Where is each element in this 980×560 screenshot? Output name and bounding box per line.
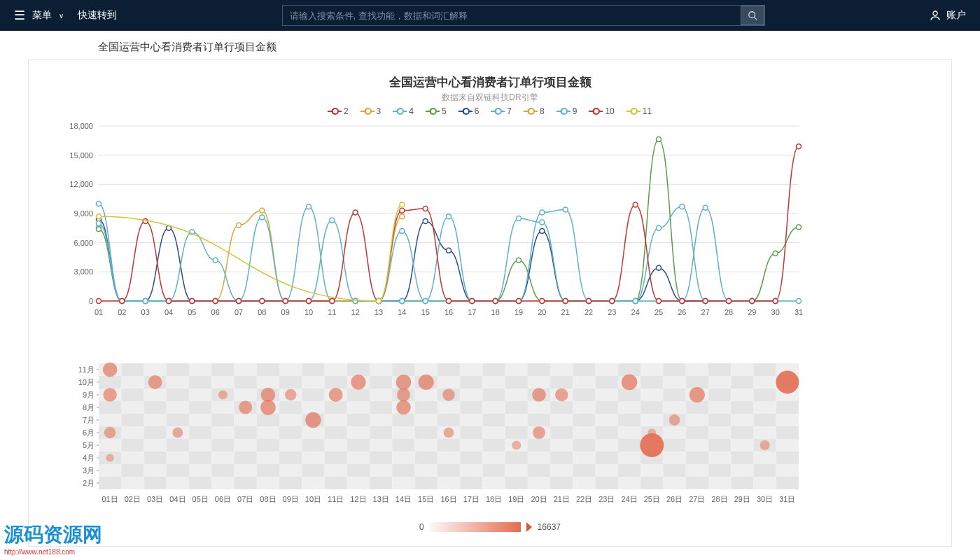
svg-rect-489 [257,464,279,477]
svg-point-600 [622,374,638,391]
svg-rect-512 [776,464,799,477]
svg-rect-536 [618,477,640,489]
svg-rect-347 [550,401,573,414]
svg-point-12 [463,109,468,114]
legend-item[interactable]: 7 [491,106,512,116]
svg-rect-490 [279,464,302,477]
svg-rect-319 [618,388,640,401]
svg-text:25日: 25日 [644,495,660,503]
svg-rect-412 [618,426,640,439]
svg-text:13: 13 [374,308,383,316]
svg-text:3月: 3月 [83,466,94,475]
svg-point-605 [285,389,296,400]
chart-title: 全国运营中心看消费者订单行项目金额 [57,74,923,90]
legend-label: 8 [540,106,545,116]
svg-rect-257 [618,363,640,376]
svg-rect-427 [257,439,279,451]
search-input[interactable] [283,10,741,21]
svg-rect-238 [189,363,211,376]
svg-rect-349 [596,401,618,414]
svg-rect-419 [776,426,799,439]
legend-item[interactable]: 4 [393,106,414,116]
svg-rect-415 [686,426,708,439]
svg-text:6月: 6月 [83,428,94,437]
quick-jump-button[interactable]: 快速转到 [78,9,117,22]
svg-rect-528 [438,477,460,489]
svg-rect-273 [279,376,302,388]
svg-rect-323 [708,388,731,401]
svg-rect-390 [121,426,144,439]
legend-item[interactable]: 5 [426,106,447,116]
svg-rect-388 [776,414,799,426]
svg-point-615 [305,412,321,428]
svg-rect-376 [505,414,528,426]
svg-rect-506 [640,464,663,477]
legend-item[interactable]: 3 [361,106,382,116]
svg-rect-435 [438,439,460,451]
svg-text:24日: 24日 [621,495,637,503]
svg-rect-535 [596,477,618,489]
legend-item[interactable]: 10 [589,106,614,116]
svg-rect-381 [618,414,640,426]
svg-rect-493 [347,464,370,477]
legend-item[interactable]: 9 [557,106,578,116]
search-button[interactable] [741,6,764,25]
svg-point-93 [657,136,662,141]
svg-rect-351 [640,401,663,414]
legend-item[interactable]: 8 [524,106,545,116]
svg-rect-291 [686,376,708,388]
svg-rect-324 [731,388,753,401]
svg-point-155 [680,204,685,209]
svg-rect-504 [596,464,618,477]
svg-rect-495 [392,464,414,477]
svg-rect-433 [392,439,414,451]
svg-text:07: 07 [234,308,243,316]
svg-point-596 [148,375,162,389]
svg-text:12日: 12日 [350,495,366,503]
svg-rect-286 [573,376,595,388]
legend-label: 7 [507,106,512,116]
svg-rect-352 [663,401,685,414]
svg-point-607 [397,388,410,402]
svg-rect-317 [573,388,595,401]
svg-point-223 [633,202,638,207]
svg-rect-297 [121,388,144,401]
color-scale: 0 16637 [57,522,923,532]
chart-legend: 234567891011 [57,106,923,116]
menu-button[interactable]: ☰ 菜单 ∨ [14,8,64,23]
svg-point-228 [750,299,755,304]
menu-label: 菜单 [32,9,52,22]
legend-item[interactable]: 6 [459,106,479,116]
svg-rect-487 [211,464,234,477]
scale-min: 0 [419,522,424,532]
account-button[interactable]: 账户 [930,9,966,22]
svg-point-162 [237,223,241,227]
chart-subtitle: 数据来自双链科技DR引擎 [57,92,923,104]
svg-point-229 [773,299,778,304]
svg-point-610 [555,388,568,401]
svg-rect-424 [189,439,211,451]
svg-rect-360 [144,414,167,426]
svg-text:04: 04 [164,308,173,316]
svg-point-175 [213,258,218,262]
svg-text:27日: 27日 [689,495,705,503]
svg-rect-391 [144,426,167,439]
svg-point-612 [239,400,252,414]
svg-point-154 [657,225,662,230]
svg-point-618 [172,427,183,438]
svg-rect-484 [144,464,167,477]
svg-point-149 [540,210,545,215]
svg-rect-307 [347,388,370,401]
svg-rect-529 [460,477,482,489]
svg-rect-312 [460,388,482,401]
svg-text:30: 30 [771,308,780,316]
svg-point-201 [120,299,125,304]
legend-item[interactable]: 2 [328,106,349,116]
svg-text:30日: 30日 [757,495,773,503]
svg-text:21: 21 [561,308,570,316]
svg-text:29: 29 [748,308,756,316]
svg-rect-241 [257,363,279,376]
svg-rect-254 [550,363,573,376]
svg-point-599 [419,374,434,390]
legend-item[interactable]: 11 [627,106,652,116]
